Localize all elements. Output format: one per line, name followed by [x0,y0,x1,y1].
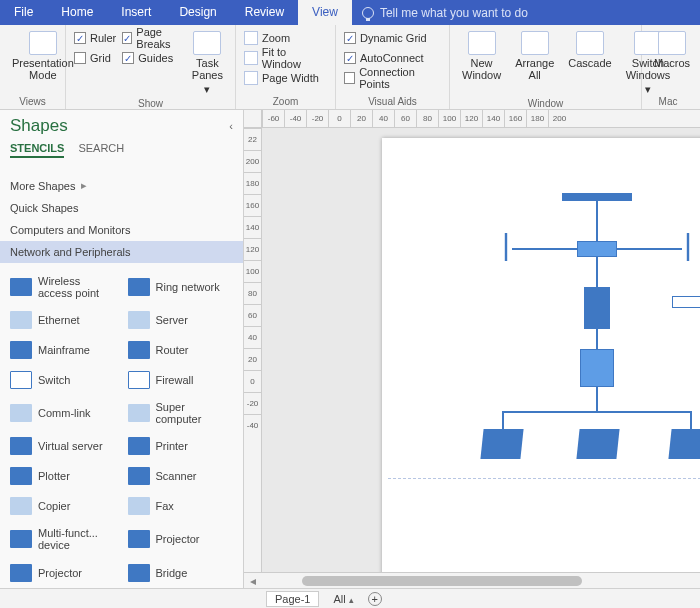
ruler-horizontal[interactable]: -60-40-20020406080100120140160180200 [244,110,700,128]
tab-view[interactable]: View [298,0,352,25]
group-macros-label: Mac [650,95,686,108]
antenna-right-shape[interactable] [682,233,694,261]
menu-bar: File Home Insert Design Review View Tell… [0,0,700,25]
shape-label: Copier [38,500,70,512]
shape-label: Printer [156,440,188,452]
router-shape[interactable] [577,241,617,257]
more-shapes-cat[interactable]: More Shapes▸ [0,174,243,197]
connection-points-checkbox[interactable]: Connection Points [344,69,441,87]
add-page-button[interactable]: + [368,592,382,606]
scrollbar-h[interactable]: ◂ [244,572,700,588]
tab-insert[interactable]: Insert [107,0,165,25]
collapse-shapes-icon[interactable]: ‹ [229,120,233,132]
shape-item[interactable]: Mainframe [4,335,122,365]
shape-label: Firewall [156,374,194,386]
shape-label: Fax [156,500,174,512]
box-mid-shape[interactable] [576,429,619,459]
shape-label: Ethernet [38,314,80,326]
shape-item[interactable]: Multi-funct... device [4,521,122,557]
dynamic-grid-checkbox[interactable]: ✓Dynamic Grid [344,29,441,47]
network-cat[interactable]: Network and Peripherals [0,241,243,263]
pagebreaks-checkbox[interactable]: ✓Page Breaks [122,29,182,47]
shape-icon [10,437,32,455]
shape-label: Wireless access point [38,275,116,299]
shape-item[interactable]: Switch [4,365,122,395]
shape-label: Server [156,314,188,326]
scroll-thumb[interactable] [302,576,582,586]
drawing-page[interactable] [262,128,700,572]
shape-item[interactable]: Projector [4,558,122,588]
shape-icon [10,497,32,515]
arrange-all-button[interactable]: Arrange All [511,29,558,83]
all-pages[interactable]: All ▴ [333,593,353,605]
shape-item[interactable]: Wireless access point [4,269,122,305]
group-views-label: Views [8,95,57,108]
box-left-shape[interactable] [480,429,523,459]
tab-design[interactable]: Design [165,0,230,25]
cascade-button[interactable]: Cascade [564,29,615,71]
task-panes-button[interactable]: Task Panes▾ [188,29,227,97]
zoom-button[interactable]: Zoom [244,29,327,47]
new-window-button[interactable]: New Window [458,29,505,83]
page-tab[interactable]: Page-1 [266,591,319,607]
shape-label: Projector [38,567,82,579]
shape-item[interactable]: Server [122,305,240,335]
paper [382,138,700,572]
shape-item[interactable]: Comm-link [4,395,122,431]
zoom-icon [244,31,258,45]
shape-item[interactable]: Projector [122,521,240,557]
shape-label: Projector [156,533,200,545]
shape-item[interactable]: Printer [122,431,240,461]
ruler-corner [244,110,262,128]
guides-checkbox[interactable]: ✓Guides [122,49,182,67]
shape-item[interactable]: Ring network [122,269,240,305]
tab-home[interactable]: Home [47,0,107,25]
fit-window-button[interactable]: Fit to Window [244,49,327,67]
shape-item[interactable]: Bridge [122,558,240,588]
shape-item[interactable]: Scanner [122,461,240,491]
shape-item[interactable]: Firewall [122,365,240,395]
box-right-shape[interactable] [668,429,700,459]
shape-icon [128,278,150,296]
group-window-label: Window [458,97,633,110]
scroll-left-icon[interactable]: ◂ [244,574,262,588]
computers-cat[interactable]: Computers and Monitors [0,219,243,241]
page-width-button[interactable]: Page Width [244,69,327,87]
ruler-checkbox[interactable]: ✓Ruler [74,29,116,47]
shape-label: Mainframe [38,344,90,356]
patch-panel-shape[interactable] [562,193,632,201]
stencils-tab[interactable]: STENCILS [10,142,64,158]
fit-icon [244,51,258,65]
switch-rack-shape[interactable] [672,296,700,308]
shape-item[interactable]: Virtual server [4,431,122,461]
shape-item[interactable]: Ethernet [4,305,122,335]
shape-grid: Wireless access pointRing networkEtherne… [0,263,243,588]
shape-icon [128,437,150,455]
presentation-icon [29,31,57,55]
tab-review[interactable]: Review [231,0,298,25]
autoconnect-checkbox[interactable]: ✓AutoConnect [344,49,441,67]
group-aids-label: Visual Aids [344,95,441,108]
shape-item[interactable]: Copier [4,491,122,521]
tab-file[interactable]: File [0,0,47,25]
canvas-area: -60-40-20020406080100120140160180200 222… [244,110,700,588]
bulb-icon [362,7,374,19]
shape-label: Bridge [156,567,188,579]
shape-item[interactable]: Router [122,335,240,365]
shapes-title: Shapes [10,116,68,136]
shape-icon [10,278,32,296]
tell-me[interactable]: Tell me what you want to do [352,6,528,20]
antenna-left-shape[interactable] [500,233,512,261]
shape-item[interactable]: Super computer [122,395,240,431]
switch-shape[interactable] [580,349,614,387]
shape-icon [128,371,150,389]
shape-item[interactable]: Fax [122,491,240,521]
ruler-vertical[interactable]: 22200180160140120100806040200-20-40 [244,128,262,572]
shape-icon [10,341,32,359]
grid-checkbox[interactable]: Grid [74,49,116,67]
search-tab[interactable]: SEARCH [78,142,124,158]
shape-item[interactable]: Plotter [4,461,122,491]
shape-label: Multi-funct... device [38,527,116,551]
server-shape[interactable] [584,287,610,329]
quick-shapes-cat[interactable]: Quick Shapes [0,197,243,219]
